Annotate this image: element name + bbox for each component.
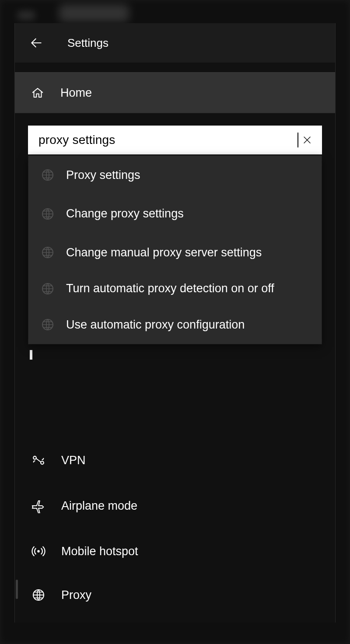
vpn-icon	[31, 452, 46, 468]
sidebar-item-label: Proxy	[61, 588, 91, 602]
globe-icon	[40, 317, 56, 332]
suggestion-label: Turn automatic proxy detection on or off	[66, 280, 274, 296]
sidebar-item-airplane-mode[interactable]: Airplane mode	[15, 483, 335, 528]
airplane-icon	[31, 498, 46, 514]
sidebar-item-home[interactable]: Home	[15, 72, 335, 113]
globe-icon	[31, 587, 46, 603]
page-title: Settings	[67, 36, 108, 50]
suggestion-label: Change manual proxy server settings	[66, 245, 262, 260]
sidebar-item-label: VPN	[61, 454, 86, 467]
back-arrow-icon	[29, 36, 43, 50]
globe-icon	[40, 167, 56, 183]
globe-icon	[40, 206, 56, 222]
suggestion-change-proxy-settings[interactable]: Change proxy settings	[28, 194, 322, 233]
sidebar-item-proxy[interactable]: Proxy	[15, 574, 335, 616]
suggestion-proxy-settings[interactable]: Proxy settings	[28, 156, 322, 194]
obscured-content-edge	[30, 350, 32, 360]
globe-icon	[40, 281, 56, 297]
scrollbar-thumb[interactable]	[16, 580, 18, 599]
search-input[interactable]: proxy settings	[38, 133, 298, 147]
settings-window: Settings Home VPN	[14, 23, 336, 623]
sidebar-item-label: Mobile hotspot	[61, 545, 138, 558]
sidebar-item-label: Airplane mode	[61, 499, 137, 513]
suggestion-label: Change proxy settings	[66, 206, 184, 221]
globe-icon	[40, 245, 56, 260]
home-icon	[31, 86, 45, 100]
suggestion-label: Proxy settings	[66, 167, 140, 183]
svg-point-2	[37, 550, 40, 553]
clear-search-button[interactable]	[298, 131, 316, 149]
suggestion-use-automatic-proxy-configuration[interactable]: Use automatic proxy configuration	[28, 305, 322, 344]
hotspot-icon	[31, 543, 46, 559]
back-button[interactable]	[27, 34, 46, 52]
sidebar-item-vpn[interactable]: VPN	[15, 438, 335, 483]
close-icon	[302, 135, 312, 145]
suggestion-turn-automatic-proxy-detection[interactable]: Turn automatic proxy detection on or off	[28, 272, 322, 305]
suggestion-change-manual-proxy-server-settings[interactable]: Change manual proxy server settings	[28, 233, 322, 272]
search-box[interactable]: proxy settings	[28, 126, 322, 154]
search-container: proxy settings Proxy settings	[28, 126, 322, 154]
header-bar: Settings	[15, 23, 335, 63]
suggestion-label: Use automatic proxy configuration	[66, 317, 245, 332]
search-suggestions-dropdown: Proxy settings Change proxy settings	[28, 155, 322, 344]
background-blur-text	[59, 4, 129, 22]
sidebar-item-mobile-hotspot[interactable]: Mobile hotspot	[15, 528, 335, 574]
home-label: Home	[60, 86, 92, 100]
background-blur-text	[18, 11, 35, 20]
